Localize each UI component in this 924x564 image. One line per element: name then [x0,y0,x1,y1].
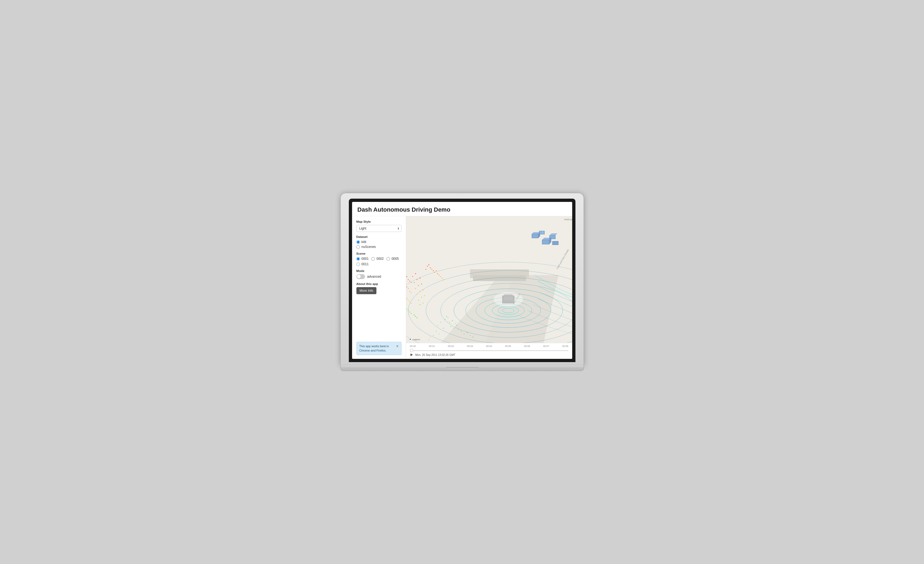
mode-toggle-label: advanced [367,275,381,278]
svg-point-99 [425,269,426,269]
scene-0002-radio[interactable] [371,257,375,261]
svg-point-80 [411,302,411,303]
timeline-bar [410,350,568,351]
notification-bar: This app works best in Chrome and Firefo… [356,342,402,355]
mapbox-logo: ⊕ mapbox [408,337,420,341]
sidebar: Map Style Light Dark Satellite Streets ⬍ [352,216,406,359]
map-view[interactable]: Neu-Straße Heid-und-Neu-Straße Heid-und-… [406,216,572,343]
dataset-kitti[interactable]: kitti [356,240,402,244]
mode-toggle[interactable] [356,274,365,279]
svg-point-49 [419,291,420,292]
svg-point-22 [444,319,445,320]
notification-close-icon[interactable]: × [396,344,398,348]
scene-0001-label: 0001 [362,257,369,261]
play-button[interactable] [410,353,414,357]
svg-rect-112 [532,234,538,238]
map-style-group: Map Style Light Dark Satellite Streets ⬍ [356,220,402,232]
svg-point-50 [422,289,423,290]
svg-text:Heid-und-Neu-Straße: Heid-und-Neu-Straße [564,218,572,221]
svg-point-43 [419,304,420,305]
svg-point-109 [440,276,441,277]
svg-point-88 [411,313,412,314]
svg-point-62 [406,276,407,277]
svg-point-52 [418,285,419,286]
svg-point-25 [455,323,455,324]
svg-point-39 [439,334,439,334]
mode-toggle-wrapper: advanced [356,274,402,279]
svg-point-90 [415,316,416,317]
scene-0001[interactable]: 0001 [356,257,369,261]
mode-label: Mode [356,269,402,272]
scene-row-2: 0011 [356,262,402,266]
time-2: 00:02 [448,345,454,347]
svg-point-40 [433,335,434,336]
svg-point-23 [449,322,449,323]
svg-point-107 [437,273,438,274]
time-7: 00:07 [543,345,549,347]
svg-point-51 [415,288,416,289]
dataset-kitti-radio[interactable] [356,240,360,244]
scene-row-1: 0001 0002 0005 [356,257,402,261]
svg-point-53 [421,284,422,284]
svg-point-89 [414,314,414,315]
svg-point-36 [437,325,438,326]
scene-0011-radio[interactable] [356,263,360,266]
timestamp: Mon, 26 Sep 2011 13:02:26 GMT [416,353,455,356]
app-body: Map Style Light Dark Satellite Streets ⬍ [352,216,572,359]
mode-group: Mode advanced [356,269,402,279]
about-group: About this app More Info [356,282,402,294]
svg-point-32 [467,332,468,333]
svg-rect-120 [539,231,544,234]
svg-point-78 [408,300,409,301]
svg-point-47 [424,295,424,296]
timeline-area: 00:00 00:01 00:02 00:03 00:04 00:05 00:0… [406,343,572,359]
scene-0002-label: 0002 [376,257,384,261]
svg-point-31 [464,334,464,334]
svg-point-35 [440,322,441,323]
time-1: 00:01 [429,345,435,347]
more-info-button[interactable]: More Info [356,287,376,294]
svg-point-37 [443,328,444,328]
scene-0005-radio[interactable] [386,257,390,261]
map-container: Neu-Straße Heid-und-Neu-Straße Heid-und-… [406,216,572,359]
svg-point-65 [409,281,410,281]
svg-rect-4 [473,275,526,281]
svg-point-85 [406,308,407,309]
dataset-kitti-label: kitti [362,240,366,244]
svg-point-28 [456,325,457,326]
dataset-radio-group: kitti nuScenes [356,240,402,249]
laptop-body: Dash Autonomous Driving Demo Map Style L… [340,193,584,365]
svg-point-73 [411,293,412,293]
svg-point-91 [416,317,417,318]
mapbox-logo-circle: ⊕ [408,337,412,341]
about-label: About this app [356,282,402,286]
dataset-nuscenes-radio[interactable] [356,245,360,249]
timeline-thumb[interactable] [410,349,413,352]
mapbox-text: mapbox [412,338,420,341]
time-6: 00:06 [524,345,530,347]
timeline-track[interactable] [410,349,568,352]
svg-point-26 [450,326,451,327]
app-title: Dash Autonomous Driving Demo [357,206,567,213]
scene-0005[interactable]: 0005 [386,257,399,261]
svg-point-111 [443,279,444,280]
scene-0011[interactable]: 0011 [356,262,369,266]
scene-0002[interactable]: 0002 [371,257,384,261]
svg-point-44 [422,303,423,304]
app-title-bar: Dash Autonomous Driving Demo [352,202,572,216]
svg-rect-122 [549,235,555,239]
svg-point-87 [409,311,410,312]
svg-point-66 [411,282,412,283]
scene-0001-radio[interactable] [356,257,360,261]
time-3: 00:03 [467,345,473,347]
svg-point-86 [408,310,409,311]
map-style-select-wrapper: Light Dark Satellite Streets ⬍ [356,225,402,232]
svg-point-33 [470,335,470,336]
svg-point-34 [472,337,473,337]
time-5: 00:05 [505,345,512,347]
map-style-select[interactable]: Light Dark Satellite Streets [356,225,402,232]
svg-point-70 [408,288,409,289]
laptop-wrapper: Dash Autonomous Driving Demo Map Style L… [340,193,584,371]
svg-point-46 [421,297,422,298]
dataset-nuscenes[interactable]: nuScenes [356,245,402,249]
